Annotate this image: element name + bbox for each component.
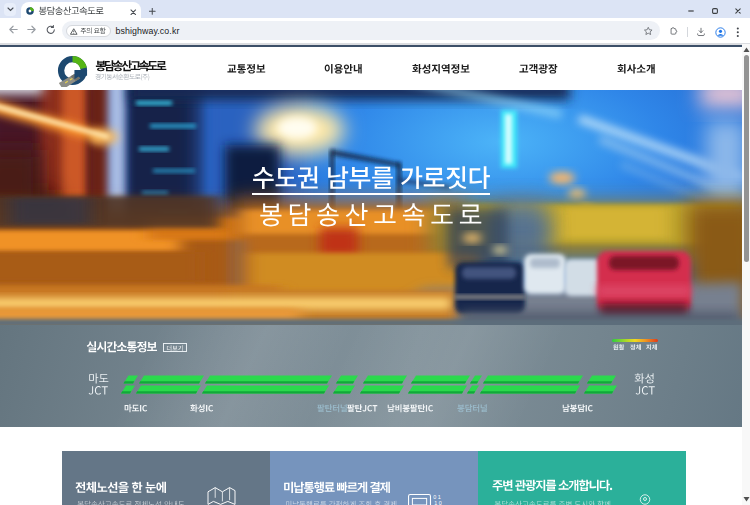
svg-text:1 0: 1 0 (434, 500, 442, 505)
